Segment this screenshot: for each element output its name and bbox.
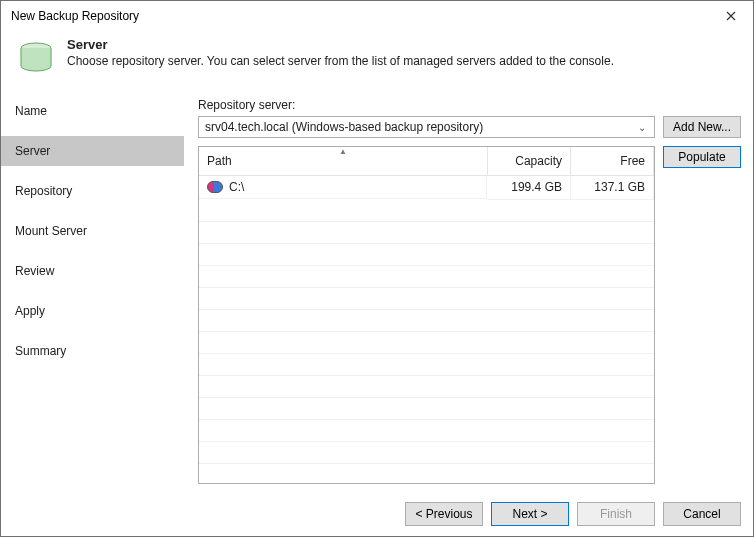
nav-item-review[interactable]: Review [1, 256, 184, 286]
titlebar: New Backup Repository [1, 1, 753, 31]
populate-button[interactable]: Populate [663, 146, 741, 168]
wizard-content: Repository server: srv04.tech.local (Win… [184, 90, 753, 492]
wizard-heading: Server [67, 37, 739, 52]
nav-item-repository[interactable]: Repository [1, 176, 184, 206]
nav-item-summary[interactable]: Summary [1, 336, 184, 366]
nav-item-server[interactable]: Server [1, 136, 184, 166]
volumes-grid: Path ▲ Capacity Free C: [198, 146, 655, 484]
add-new-button[interactable]: Add New... [663, 116, 741, 138]
cancel-button[interactable]: Cancel [663, 502, 741, 526]
col-capacity[interactable]: Capacity [487, 147, 570, 176]
wizard-nav: Name Server Repository Mount Server Revi… [1, 90, 184, 492]
col-path[interactable]: Path ▲ [199, 147, 487, 176]
chevron-down-icon: ⌄ [634, 122, 650, 133]
next-button[interactable]: Next > [491, 502, 569, 526]
repo-server-value: srv04.tech.local (Windows-based backup r… [205, 120, 634, 134]
wizard-window: New Backup Repository Server Choose repo… [0, 0, 754, 537]
disk-icon [207, 181, 223, 193]
cell-capacity: 199.4 GB [487, 176, 570, 200]
nav-item-apply[interactable]: Apply [1, 296, 184, 326]
cell-free: 137.1 GB [570, 176, 653, 200]
repository-icon [15, 37, 57, 77]
grid-empty-area [199, 200, 654, 484]
wizard-footer: < Previous Next > Finish Cancel [1, 492, 753, 536]
nav-item-mount-server[interactable]: Mount Server [1, 216, 184, 246]
nav-item-name[interactable]: Name [1, 96, 184, 126]
close-icon [726, 11, 736, 21]
cell-path: C:\ [229, 180, 244, 194]
table-row[interactable]: C:\ 199.4 GB 137.1 GB [199, 176, 654, 200]
finish-button: Finish [577, 502, 655, 526]
repo-server-dropdown[interactable]: srv04.tech.local (Windows-based backup r… [198, 116, 655, 138]
repo-server-label: Repository server: [198, 98, 741, 112]
sort-asc-icon: ▲ [339, 147, 347, 156]
wizard-header: Server Choose repository server. You can… [1, 31, 753, 89]
col-free[interactable]: Free [570, 147, 653, 176]
previous-button[interactable]: < Previous [405, 502, 483, 526]
wizard-subheading: Choose repository server. You can select… [67, 54, 739, 68]
close-button[interactable] [711, 2, 751, 30]
window-title: New Backup Repository [11, 9, 711, 23]
